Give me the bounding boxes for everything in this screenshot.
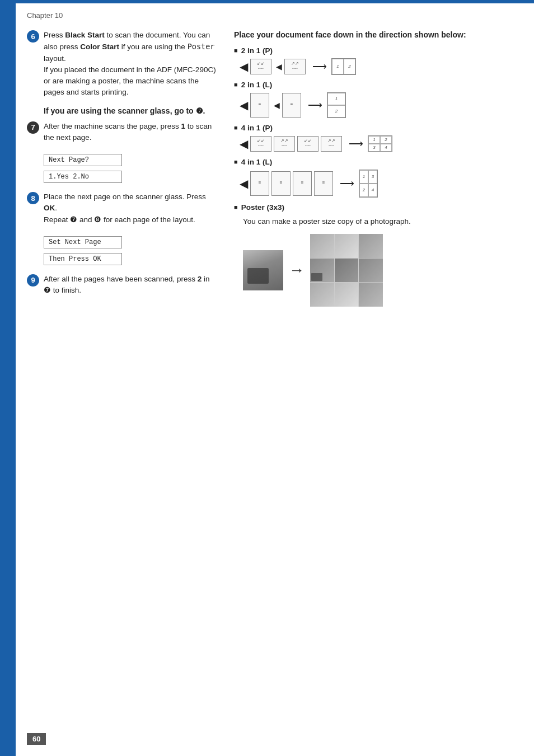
step-6-number: 6 [27, 30, 39, 43]
right-panel-heading: Place your document face down in the dir… [234, 30, 523, 41]
step-8-box1: Set Next Page [44, 236, 122, 248]
arrow-left-icon: ◀ [240, 60, 248, 73]
doc-landscape-1: ≡ [250, 93, 269, 118]
step-6-text: Press Black Start to scan the document. … [44, 30, 217, 98]
result-cell-4p-4: 4 [380, 144, 392, 152]
poster-cell-6 [359, 259, 383, 283]
arrow-between-icon: ◀ [276, 62, 282, 71]
poster-description: You can make a poster size copy of a pho… [243, 216, 523, 227]
result-cell-2: 2 [344, 59, 355, 74]
poster-section: You can make a poster size copy of a pho… [234, 216, 523, 307]
result-cell-4l-2: 2 [359, 184, 368, 197]
doc-4p-2: ↗↗╌╌ [274, 136, 295, 152]
poster-result-grid [310, 234, 383, 307]
result-2in1-l: 1 2 [327, 92, 346, 118]
arrow-between-2-icon: ◀ [274, 101, 280, 110]
poster-cell-1 [310, 234, 334, 258]
poster-arrow-icon: → [289, 261, 305, 279]
section-2in1-p-label: 2 in 1 (P) [234, 46, 523, 55]
step-9: 9 After all the pages have been scanned,… [27, 274, 217, 297]
arrow-left-3-icon: ◀ [240, 137, 248, 151]
doc-4l-3: ≡ [293, 171, 312, 196]
section-2in1-l-label: 2 in 1 (L) [234, 81, 523, 89]
step-8-text: Place the next page on the scanner glass… [44, 191, 217, 226]
result-cell-1: 1 [332, 59, 344, 74]
result-cell-4l-4: 4 [368, 184, 377, 197]
doc-landscape-2: ≡ [282, 93, 301, 118]
diagram-2in1-l: ◀ ≡ ◀ ≡ ⟶ 1 2 [240, 92, 523, 118]
section-poster-label: Poster (3x3) [234, 203, 523, 212]
doc-4l-1: ≡ [250, 171, 269, 196]
section-4in1-l-label: 4 in 1 (L) [234, 158, 523, 166]
result-cell-l-2: 2 [327, 105, 345, 118]
poster-cell-2 [335, 234, 359, 258]
chapter-header: Chapter 10 [27, 11, 523, 20]
arrow-right-3-icon: ⟶ [349, 138, 363, 150]
result-cell-l-1: 1 [327, 93, 345, 105]
step-9-number: 9 [27, 274, 39, 287]
poster-images: → [243, 234, 523, 307]
doc-4l-4: ≡ [314, 171, 333, 196]
diagram-2in1-p: ◀ ↙↙╌╌ ◀ ↗↗╌╌ ⟶ 1 2 [240, 58, 523, 75]
step-8-box2: Then Press OK [44, 253, 122, 265]
blue-sidebar [0, 0, 16, 756]
doc-4p-1: ↙↙╌╌ [250, 136, 271, 152]
poster-cell-9 [359, 283, 383, 307]
doc-4p-4: ↗↗╌╌ [321, 136, 342, 152]
poster-cell-5 [335, 259, 359, 283]
step-8: 8 Place the next page on the scanner gla… [27, 191, 217, 226]
poster-cell-8 [335, 283, 359, 307]
section-4in1-p-label: 4 in 1 (P) [234, 124, 523, 132]
result-2in1-p: 1 2 [331, 58, 356, 75]
step-7-box2: 1.Yes 2.No [44, 171, 122, 183]
poster-cell-4 [310, 259, 334, 283]
right-column: Place your document face down in the dir… [234, 30, 523, 307]
diagram-4in1-p: ◀ ↙↙╌╌ ↗↗╌╌ ↙↙╌╌ ↗↗╌╌ ⟶ 1 2 [240, 135, 523, 152]
step-7-text: After the machine scans the page, press … [44, 121, 217, 144]
result-4in1-l: 1 3 2 4 [359, 170, 378, 198]
arrow-right-icon: ⟶ [312, 60, 327, 73]
step-8-number: 8 [27, 192, 39, 204]
arrow-left-4-icon: ◀ [240, 177, 248, 190]
poster-source-image [243, 250, 283, 290]
result-cell-4l-1: 1 [359, 170, 368, 184]
left-column: 6 Press Black Start to scan the document… [27, 30, 217, 307]
doc-4l-2: ≡ [271, 171, 291, 196]
doc-icon-1: ↙↙╌╌ [250, 59, 271, 74]
poster-cell-7 [310, 283, 334, 307]
doc-4p-3: ↙↙╌╌ [297, 136, 318, 152]
arrow-right-2-icon: ⟶ [308, 99, 322, 111]
result-cell-4l-3: 3 [368, 170, 377, 184]
poster-cell-3 [359, 234, 383, 258]
step-6: 6 Press Black Start to scan the document… [27, 30, 217, 98]
arrow-left-2-icon: ◀ [240, 98, 248, 112]
result-cell-4p-1: 1 [368, 136, 380, 144]
result-cell-4p-3: 3 [368, 144, 380, 152]
scanner-glass-note: If you are using the scanner glass, go t… [44, 106, 217, 115]
diagram-4in1-l: ◀ ≡ ≡ ≡ ≡ ⟶ 1 3 2 [240, 170, 523, 198]
step-7: 7 After the machine scans the page, pres… [27, 121, 217, 144]
top-bar [16, 0, 534, 3]
result-4in1-p: 1 2 3 4 [368, 135, 392, 152]
page-number: 60 [27, 733, 46, 745]
result-cell-4p-2: 2 [380, 136, 392, 144]
step-7-box1: Next Page? [44, 154, 122, 166]
step-7-number: 7 [27, 121, 39, 134]
doc-icon-2: ↗↗╌╌ [284, 59, 306, 74]
step-9-text: After all the pages have been scanned, p… [44, 274, 217, 297]
arrow-right-4-icon: ⟶ [340, 177, 354, 190]
